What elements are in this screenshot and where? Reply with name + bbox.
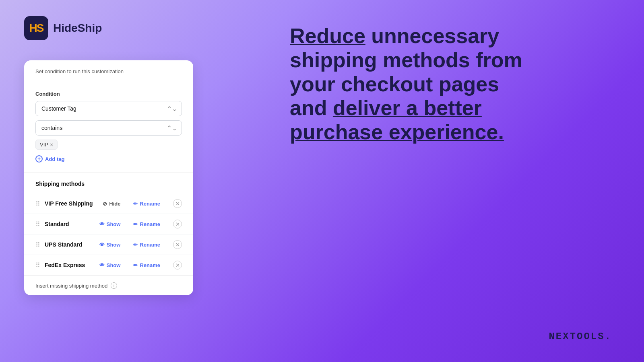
- remove-button-ups[interactable]: ✕: [173, 240, 182, 249]
- hero-deliver: deliver a better: [333, 96, 482, 119]
- drag-handle-icon[interactable]: ⠿: [35, 220, 40, 228]
- shipping-item-standard: ⠿ Standard 👁 Show ✏ Rename ✕: [24, 214, 193, 234]
- tag-chip-vip: VIP ×: [35, 140, 58, 150]
- condition-select[interactable]: Customer Tag Order Total Country Product…: [35, 101, 182, 116]
- shipping-section: Shipping methods: [24, 173, 193, 187]
- show-button-ups[interactable]: 👁 Show: [99, 242, 121, 248]
- remove-button-vip[interactable]: ✕: [173, 199, 182, 208]
- condition-label: Condition: [35, 91, 182, 97]
- rename-button-vip[interactable]: ✏ Rename: [133, 201, 160, 207]
- card-header: Set condition to run this customization: [24, 60, 193, 81]
- tags-row: VIP ×: [35, 140, 182, 150]
- operator-select[interactable]: contains does not contain equals starts …: [35, 120, 182, 136]
- rename-icon: ✏: [133, 262, 138, 268]
- left-panel: HS HideShip Set condition to run this cu…: [0, 0, 258, 362]
- card-header-text: Set condition to run this customization: [35, 68, 182, 74]
- insert-missing-label: Insert missing shipping method: [35, 283, 107, 289]
- shipping-method-name: UPS Standard: [45, 241, 95, 248]
- logo-text: HideShip: [53, 22, 102, 35]
- main-card: Set condition to run this customization …: [24, 60, 193, 295]
- logo-icon: HS: [24, 16, 48, 40]
- nextools-logo: NEXTOOLS.: [549, 331, 612, 342]
- rename-icon: ✏: [133, 221, 138, 227]
- tag-remove-icon[interactable]: ×: [50, 142, 53, 148]
- shipping-method-name: FedEx Express: [45, 262, 95, 268]
- add-tag-plus-icon: +: [35, 155, 43, 162]
- rename-button-fedex[interactable]: ✏ Rename: [133, 262, 160, 268]
- hero-purchase: purchase experience.: [290, 120, 504, 144]
- show-eye-icon: 👁: [99, 221, 105, 227]
- condition-section: Condition Customer Tag Order Total Count…: [24, 81, 193, 173]
- rename-icon: ✏: [133, 242, 138, 248]
- shipping-item-fedex: ⠿ FedEx Express 👁 Show ✏ Rename ✕: [24, 255, 193, 276]
- show-button-standard[interactable]: 👁 Show: [99, 221, 121, 227]
- rename-button-standard[interactable]: ✏ Rename: [133, 221, 160, 227]
- show-eye-icon: 👁: [99, 262, 105, 268]
- drag-handle-icon[interactable]: ⠿: [35, 261, 40, 269]
- right-panel: Reduce unnecessary shipping methods from…: [258, 0, 644, 362]
- hide-button-vip[interactable]: ⊘ Hide: [103, 201, 120, 207]
- hero-text: Reduce unnecessary shipping methods from…: [290, 24, 523, 144]
- drag-handle-icon[interactable]: ⠿: [35, 200, 40, 208]
- shipping-method-name: Standard: [45, 221, 95, 227]
- add-tag-button[interactable]: + Add tag: [35, 155, 64, 162]
- operator-select-wrapper: contains does not contain equals starts …: [35, 120, 182, 136]
- hero-reduce: Reduce: [290, 24, 365, 47]
- condition-select-wrapper: Customer Tag Order Total Country Product…: [35, 101, 182, 116]
- drag-handle-icon[interactable]: ⠿: [35, 241, 40, 249]
- shipping-section-title: Shipping methods: [35, 181, 182, 187]
- shipping-item-ups: ⠿ UPS Standard 👁 Show ✏ Rename ✕: [24, 234, 193, 255]
- shipping-method-name: VIP Free Shipping: [45, 200, 98, 207]
- insert-missing-row: Insert missing shipping method i: [24, 276, 193, 295]
- logo-area: HS HideShip: [24, 16, 102, 40]
- rename-button-ups[interactable]: ✏ Rename: [133, 242, 160, 248]
- show-button-fedex[interactable]: 👁 Show: [99, 262, 121, 268]
- rename-icon: ✏: [133, 201, 138, 207]
- remove-button-fedex[interactable]: ✕: [173, 261, 182, 269]
- remove-button-standard[interactable]: ✕: [173, 220, 182, 228]
- add-tag-label: Add tag: [45, 156, 64, 162]
- shipping-item-vip: ⠿ VIP Free Shipping ⊘ Hide ✏ Rename ✕: [24, 193, 193, 214]
- info-icon[interactable]: i: [111, 282, 117, 289]
- hide-icon: ⊘: [103, 201, 107, 207]
- show-eye-icon: 👁: [99, 242, 105, 248]
- tag-chip-label: VIP: [40, 142, 48, 148]
